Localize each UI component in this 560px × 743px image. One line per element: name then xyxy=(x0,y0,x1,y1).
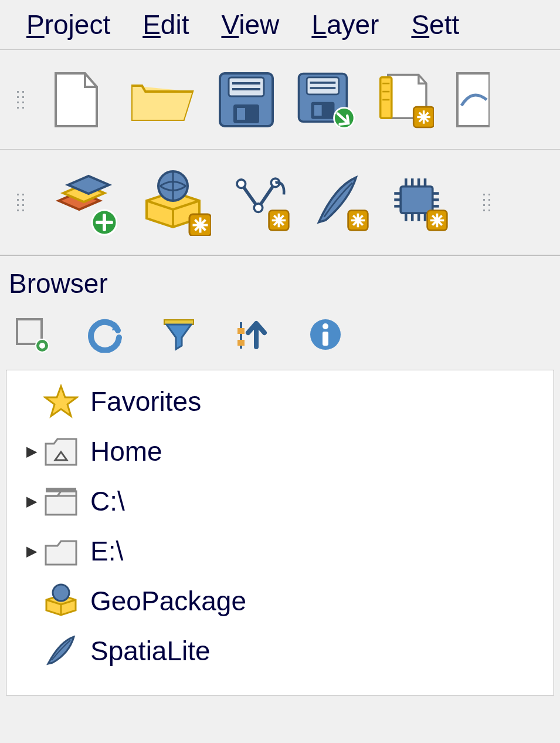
tree-item-label: SpatiaLite xyxy=(90,635,211,667)
chip-new-icon xyxy=(390,170,449,235)
layout-icon xyxy=(375,68,434,131)
info-icon xyxy=(308,318,342,352)
save-project-as-button[interactable] xyxy=(296,70,355,129)
tree-item-geopackage[interactable]: GeoPackage xyxy=(6,576,554,626)
svg-point-21 xyxy=(237,179,246,188)
tree-item-favorites[interactable]: Favorites xyxy=(6,376,554,426)
svg-point-50 xyxy=(323,323,328,329)
star-icon xyxy=(42,382,80,420)
new-geopackage-layer-button[interactable] xyxy=(138,173,211,232)
refresh-button[interactable] xyxy=(85,314,126,355)
svg-point-44 xyxy=(39,343,45,349)
svg-rect-51 xyxy=(323,332,328,346)
open-folder-icon xyxy=(128,74,195,126)
svg-rect-52 xyxy=(46,488,76,492)
svg-rect-5 xyxy=(237,108,245,120)
svg-rect-47 xyxy=(237,328,245,334)
tree-item-label: E:\ xyxy=(90,535,123,567)
tree-item-label: Home xyxy=(90,435,162,467)
data-source-toolbar xyxy=(0,149,560,255)
tree-item-drive-c[interactable]: ▶ C:\ xyxy=(6,476,554,526)
feather-icon xyxy=(42,631,80,670)
data-source-manager-button[interactable] xyxy=(47,173,117,232)
layers-add-icon xyxy=(47,168,117,236)
layout-manager-icon xyxy=(454,70,490,129)
browser-tree[interactable]: Favorites ▶ Home ▶ C:\ ▶ E:\ xyxy=(6,370,554,695)
menu-project[interactable]: Project xyxy=(26,9,110,40)
new-print-layout-button[interactable] xyxy=(375,70,434,129)
svg-rect-7 xyxy=(307,77,339,94)
svg-rect-26 xyxy=(401,186,433,212)
svg-rect-48 xyxy=(237,340,245,346)
svg-rect-11 xyxy=(314,105,322,116)
open-project-button[interactable] xyxy=(126,70,196,129)
expand-arrow-icon[interactable]: ▶ xyxy=(21,543,42,559)
svg-point-22 xyxy=(254,203,263,212)
geopackage-icon xyxy=(42,582,80,620)
new-shapefile-layer-button[interactable] xyxy=(232,173,290,232)
drive-folder-icon xyxy=(42,482,80,520)
properties-button[interactable] xyxy=(305,314,346,355)
svg-rect-1 xyxy=(229,77,264,96)
tree-item-drive-e[interactable]: ▶ E:\ xyxy=(6,526,554,576)
layout-manager-button[interactable] xyxy=(454,70,490,129)
browser-panel: Browser xyxy=(0,255,560,695)
home-folder-icon xyxy=(42,432,80,470)
menu-settings[interactable]: Sett xyxy=(411,9,459,40)
toolbar-grip-icon[interactable] xyxy=(481,188,493,217)
expand-arrow-icon[interactable]: ▶ xyxy=(21,493,42,509)
collapse-all-button[interactable] xyxy=(232,314,273,355)
browser-panel-title: Browser xyxy=(0,256,560,314)
vector-new-icon xyxy=(232,170,290,235)
geopackage-new-icon xyxy=(138,168,211,236)
menu-bar: Project Edit View Layer Sett xyxy=(0,0,560,49)
expand-arrow-icon[interactable]: ▶ xyxy=(21,443,42,460)
funnel-icon xyxy=(161,316,197,353)
tree-item-label: Favorites xyxy=(90,386,201,417)
feather-new-icon xyxy=(311,170,369,235)
menu-view[interactable]: View xyxy=(221,9,279,40)
refresh-icon xyxy=(87,316,124,353)
filter-button[interactable] xyxy=(158,314,199,355)
save-project-button[interactable] xyxy=(217,70,276,129)
new-spatialite-layer-button[interactable] xyxy=(311,173,369,232)
tree-item-label: C:\ xyxy=(90,485,125,517)
folder-icon xyxy=(42,532,80,570)
new-project-button[interactable] xyxy=(47,70,106,129)
tree-item-label: GeoPackage xyxy=(90,585,246,617)
menu-edit[interactable]: Edit xyxy=(142,9,189,40)
floppy-save-icon xyxy=(217,70,276,129)
new-memory-layer-button[interactable] xyxy=(390,173,449,232)
menu-layer[interactable]: Layer xyxy=(311,9,379,40)
tree-item-spatialite[interactable]: SpatiaLite xyxy=(6,626,554,676)
browser-toolbar xyxy=(0,314,560,370)
add-layer-icon xyxy=(14,316,50,353)
add-selected-layers-button[interactable] xyxy=(12,314,53,355)
new-file-icon xyxy=(50,70,103,129)
floppy-save-as-icon xyxy=(296,68,355,131)
file-toolbar xyxy=(0,49,560,149)
tree-item-home[interactable]: ▶ Home xyxy=(6,426,554,476)
collapse-tree-icon xyxy=(234,316,270,353)
svg-point-53 xyxy=(53,585,69,601)
toolbar-grip-icon[interactable] xyxy=(15,85,26,114)
toolbar-grip-icon[interactable] xyxy=(15,188,26,217)
